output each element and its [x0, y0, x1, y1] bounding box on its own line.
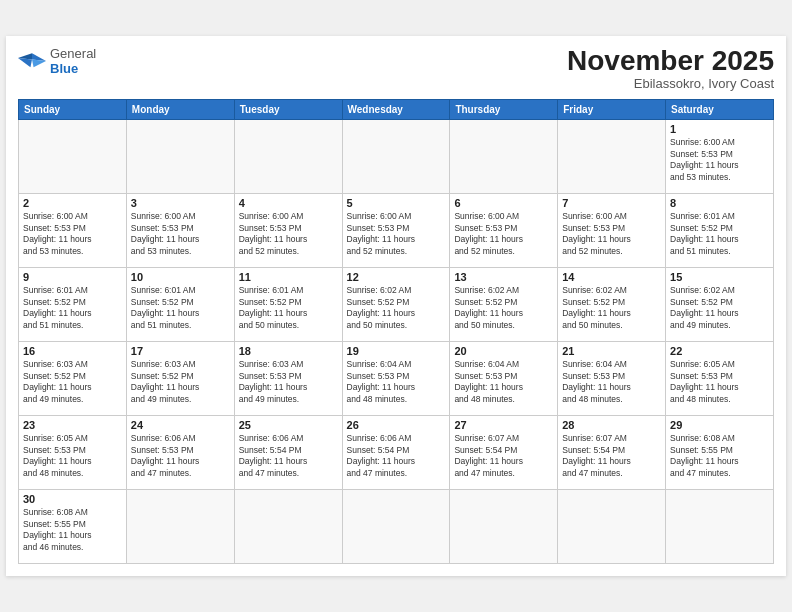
- day-number: 3: [131, 197, 230, 209]
- weekday-monday: Monday: [126, 100, 234, 120]
- svg-marker-3: [18, 58, 32, 67]
- calendar-cell: 13Sunrise: 6:02 AMSunset: 5:52 PMDayligh…: [450, 268, 558, 342]
- weekday-friday: Friday: [558, 100, 666, 120]
- calendar-cell: 24Sunrise: 6:06 AMSunset: 5:53 PMDayligh…: [126, 416, 234, 490]
- title-block: November 2025 Ebilassokro, Ivory Coast: [567, 46, 774, 92]
- day-info: Sunrise: 6:03 AMSunset: 5:52 PMDaylight:…: [23, 359, 122, 405]
- day-number: 27: [454, 419, 553, 431]
- day-number: 18: [239, 345, 338, 357]
- day-number: 16: [23, 345, 122, 357]
- day-number: 30: [23, 493, 122, 505]
- calendar-body: 1Sunrise: 6:00 AMSunset: 5:53 PMDaylight…: [19, 120, 774, 564]
- day-number: 28: [562, 419, 661, 431]
- day-info: Sunrise: 6:08 AMSunset: 5:55 PMDaylight:…: [23, 507, 122, 553]
- calendar-cell: 20Sunrise: 6:04 AMSunset: 5:53 PMDayligh…: [450, 342, 558, 416]
- calendar-cell: 26Sunrise: 6:06 AMSunset: 5:54 PMDayligh…: [342, 416, 450, 490]
- calendar-cell: 10Sunrise: 6:01 AMSunset: 5:52 PMDayligh…: [126, 268, 234, 342]
- week-row-3: 16Sunrise: 6:03 AMSunset: 5:52 PMDayligh…: [19, 342, 774, 416]
- day-number: 12: [347, 271, 446, 283]
- calendar-cell: [126, 490, 234, 564]
- calendar-cell: [126, 120, 234, 194]
- day-info: Sunrise: 6:07 AMSunset: 5:54 PMDaylight:…: [562, 433, 661, 479]
- calendar-cell: [450, 120, 558, 194]
- header: General Blue November 2025 Ebilassokro, …: [18, 46, 774, 92]
- weekday-thursday: Thursday: [450, 100, 558, 120]
- week-row-0: 1Sunrise: 6:00 AMSunset: 5:53 PMDaylight…: [19, 120, 774, 194]
- calendar-cell: 6Sunrise: 6:00 AMSunset: 5:53 PMDaylight…: [450, 194, 558, 268]
- calendar-cell: 9Sunrise: 6:01 AMSunset: 5:52 PMDaylight…: [19, 268, 127, 342]
- day-info: Sunrise: 6:02 AMSunset: 5:52 PMDaylight:…: [454, 285, 553, 331]
- day-number: 17: [131, 345, 230, 357]
- weekday-saturday: Saturday: [666, 100, 774, 120]
- day-info: Sunrise: 6:00 AMSunset: 5:53 PMDaylight:…: [239, 211, 338, 257]
- day-number: 2: [23, 197, 122, 209]
- calendar-cell: 19Sunrise: 6:04 AMSunset: 5:53 PMDayligh…: [342, 342, 450, 416]
- day-info: Sunrise: 6:02 AMSunset: 5:52 PMDaylight:…: [562, 285, 661, 331]
- day-info: Sunrise: 6:00 AMSunset: 5:53 PMDaylight:…: [131, 211, 230, 257]
- calendar-cell: 15Sunrise: 6:02 AMSunset: 5:52 PMDayligh…: [666, 268, 774, 342]
- calendar-cell: [450, 490, 558, 564]
- day-number: 22: [670, 345, 769, 357]
- day-number: 24: [131, 419, 230, 431]
- calendar-cell: 29Sunrise: 6:08 AMSunset: 5:55 PMDayligh…: [666, 416, 774, 490]
- day-number: 4: [239, 197, 338, 209]
- day-number: 20: [454, 345, 553, 357]
- day-info: Sunrise: 6:04 AMSunset: 5:53 PMDaylight:…: [347, 359, 446, 405]
- calendar-cell: 7Sunrise: 6:00 AMSunset: 5:53 PMDaylight…: [558, 194, 666, 268]
- calendar-cell: 1Sunrise: 6:00 AMSunset: 5:53 PMDaylight…: [666, 120, 774, 194]
- calendar-cell: 5Sunrise: 6:00 AMSunset: 5:53 PMDaylight…: [342, 194, 450, 268]
- calendar-cell: [558, 490, 666, 564]
- weekday-sunday: Sunday: [19, 100, 127, 120]
- day-number: 26: [347, 419, 446, 431]
- day-info: Sunrise: 6:06 AMSunset: 5:54 PMDaylight:…: [347, 433, 446, 479]
- week-row-2: 9Sunrise: 6:01 AMSunset: 5:52 PMDaylight…: [19, 268, 774, 342]
- calendar-table: SundayMondayTuesdayWednesdayThursdayFrid…: [18, 99, 774, 564]
- calendar-cell: 2Sunrise: 6:00 AMSunset: 5:53 PMDaylight…: [19, 194, 127, 268]
- day-info: Sunrise: 6:00 AMSunset: 5:53 PMDaylight:…: [670, 137, 769, 183]
- logo: General Blue: [18, 46, 96, 77]
- weekday-tuesday: Tuesday: [234, 100, 342, 120]
- day-info: Sunrise: 6:01 AMSunset: 5:52 PMDaylight:…: [239, 285, 338, 331]
- day-info: Sunrise: 6:05 AMSunset: 5:53 PMDaylight:…: [670, 359, 769, 405]
- calendar-cell: [558, 120, 666, 194]
- logo-icon: [18, 50, 46, 72]
- day-number: 23: [23, 419, 122, 431]
- day-info: Sunrise: 6:01 AMSunset: 5:52 PMDaylight:…: [670, 211, 769, 257]
- calendar-cell: [666, 490, 774, 564]
- day-number: 10: [131, 271, 230, 283]
- day-number: 13: [454, 271, 553, 283]
- calendar-cell: [342, 490, 450, 564]
- day-info: Sunrise: 6:01 AMSunset: 5:52 PMDaylight:…: [131, 285, 230, 331]
- calendar-cell: [19, 120, 127, 194]
- calendar-cell: 12Sunrise: 6:02 AMSunset: 5:52 PMDayligh…: [342, 268, 450, 342]
- day-info: Sunrise: 6:05 AMSunset: 5:53 PMDaylight:…: [23, 433, 122, 479]
- day-info: Sunrise: 6:06 AMSunset: 5:54 PMDaylight:…: [239, 433, 338, 479]
- day-number: 14: [562, 271, 661, 283]
- month-title: November 2025: [567, 46, 774, 77]
- calendar-cell: [234, 120, 342, 194]
- day-info: Sunrise: 6:04 AMSunset: 5:53 PMDaylight:…: [454, 359, 553, 405]
- day-info: Sunrise: 6:03 AMSunset: 5:53 PMDaylight:…: [239, 359, 338, 405]
- day-number: 5: [347, 197, 446, 209]
- day-info: Sunrise: 6:00 AMSunset: 5:53 PMDaylight:…: [23, 211, 122, 257]
- day-number: 29: [670, 419, 769, 431]
- weekday-header-row: SundayMondayTuesdayWednesdayThursdayFrid…: [19, 100, 774, 120]
- calendar-cell: 28Sunrise: 6:07 AMSunset: 5:54 PMDayligh…: [558, 416, 666, 490]
- calendar-cell: 27Sunrise: 6:07 AMSunset: 5:54 PMDayligh…: [450, 416, 558, 490]
- location: Ebilassokro, Ivory Coast: [567, 76, 774, 91]
- calendar-cell: 8Sunrise: 6:01 AMSunset: 5:52 PMDaylight…: [666, 194, 774, 268]
- day-info: Sunrise: 6:00 AMSunset: 5:53 PMDaylight:…: [347, 211, 446, 257]
- day-info: Sunrise: 6:03 AMSunset: 5:52 PMDaylight:…: [131, 359, 230, 405]
- calendar-cell: [342, 120, 450, 194]
- day-number: 19: [347, 345, 446, 357]
- day-info: Sunrise: 6:04 AMSunset: 5:53 PMDaylight:…: [562, 359, 661, 405]
- day-number: 9: [23, 271, 122, 283]
- day-number: 6: [454, 197, 553, 209]
- calendar-cell: 3Sunrise: 6:00 AMSunset: 5:53 PMDaylight…: [126, 194, 234, 268]
- day-number: 25: [239, 419, 338, 431]
- weekday-wednesday: Wednesday: [342, 100, 450, 120]
- calendar-cell: 11Sunrise: 6:01 AMSunset: 5:52 PMDayligh…: [234, 268, 342, 342]
- day-number: 21: [562, 345, 661, 357]
- day-info: Sunrise: 6:02 AMSunset: 5:52 PMDaylight:…: [670, 285, 769, 331]
- day-info: Sunrise: 6:08 AMSunset: 5:55 PMDaylight:…: [670, 433, 769, 479]
